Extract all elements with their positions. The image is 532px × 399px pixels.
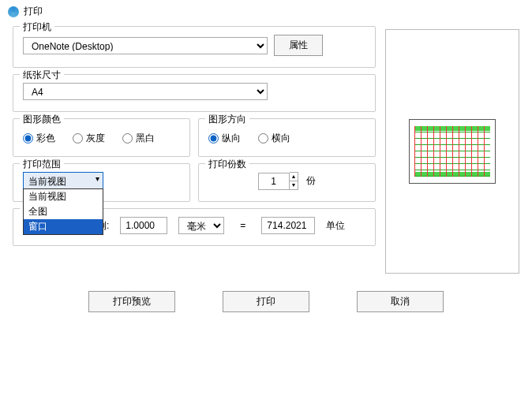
ratio-sep: = <box>240 220 245 231</box>
print-button[interactable]: 打印 <box>223 291 309 312</box>
print-preview-button[interactable]: 打印预览 <box>88 291 175 312</box>
ratio-right-input[interactable] <box>261 217 315 234</box>
ratio-left-input[interactable] <box>120 217 167 234</box>
copies-label: 打印份数 <box>205 158 249 171</box>
orient-section: 图形方向 纵向 横向 <box>198 118 376 157</box>
radio-bw[interactable]: 黑白 <box>122 132 155 145</box>
range-option-current[interactable]: 当前视图 <box>24 189 103 204</box>
copies-spinner[interactable]: ▲▼ <box>258 172 299 190</box>
paper-size-select[interactable]: A4 <box>23 83 268 100</box>
range-option-window[interactable]: 窗口 <box>24 219 103 234</box>
copies-section: 打印份数 ▲▼ 份 <box>198 163 376 202</box>
range-section: 打印范围 当前视图 当前视图 全图 窗口 <box>13 163 190 202</box>
copies-unit: 份 <box>306 174 316 188</box>
preview-thumbnail <box>409 119 496 184</box>
orient-label: 图形方向 <box>205 113 249 126</box>
titlebar: 打印 <box>0 0 532 23</box>
range-label: 打印范围 <box>20 158 64 171</box>
dialog-body: 打印机 OneNote (Desktop) 属性 纸张尺寸 A4 图形颜色 彩色… <box>0 23 532 280</box>
spin-up-icon[interactable]: ▲ <box>290 173 298 181</box>
unit-select[interactable]: 毫米 <box>178 217 224 234</box>
radio-color[interactable]: 彩色 <box>23 132 55 145</box>
window-title: 打印 <box>24 5 43 18</box>
printer-select[interactable]: OneNote (Desktop) <box>23 37 268 54</box>
paper-label: 纸张尺寸 <box>20 69 64 82</box>
paper-section: 纸张尺寸 A4 <box>13 74 376 112</box>
spin-down-icon[interactable]: ▼ <box>290 181 298 189</box>
radio-portrait[interactable]: 纵向 <box>208 132 241 145</box>
color-label: 图形颜色 <box>20 113 64 126</box>
range-dropdown-list: 当前视图 全图 窗口 <box>23 188 103 235</box>
footer: 打印预览 打印 取消 <box>0 280 532 312</box>
range-select[interactable]: 当前视图 <box>23 172 103 189</box>
printer-label: 打印机 <box>20 21 54 34</box>
color-section: 图形颜色 彩色 灰度 黑白 <box>13 118 190 157</box>
radio-landscape[interactable]: 横向 <box>258 132 290 145</box>
printer-section: 打印机 OneNote (Desktop) 属性 <box>13 26 376 68</box>
printer-properties-button[interactable]: 属性 <box>274 35 323 56</box>
unit-suffix: 单位 <box>326 219 345 233</box>
cancel-button[interactable]: 取消 <box>357 291 444 312</box>
range-option-all[interactable]: 全图 <box>24 204 103 219</box>
app-icon <box>8 6 19 17</box>
print-preview-panel <box>385 29 519 274</box>
copies-input[interactable] <box>258 173 290 190</box>
radio-gray[interactable]: 灰度 <box>73 132 105 145</box>
